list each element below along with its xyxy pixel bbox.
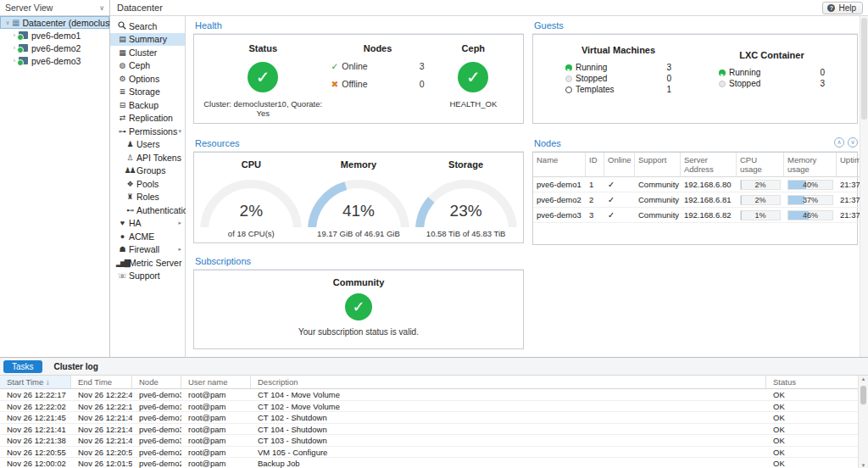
col-support[interactable]: Support [635,153,681,177]
col-start-time[interactable]: Start Time ↓ [0,376,71,388]
auth-key-icon: ⊷ [124,206,135,214]
col-online[interactable]: Online [604,153,635,177]
collapse-up-icon[interactable]: ∧ [834,137,844,148]
menu-item-cluster[interactable]: ▦ Cluster [110,46,185,59]
menu-item-authentication[interactable]: ⊷ Authentication [110,203,185,217]
task-row[interactable]: Nov 26 12:22:02Nov 26 12:22:16 pve6-demo… [0,401,868,413]
status-heading: Status [248,43,277,53]
menu-item-ha[interactable]: ♥ HA ▸ [110,217,185,231]
menu-item-backup[interactable]: ⊟ Backup [110,98,185,112]
tasks-scrollbar[interactable]: ▲ ▼ [858,376,868,468]
menu-item-groups[interactable]: ♟♟ Groups [110,164,185,178]
col-server-address[interactable]: Server Address [681,153,737,177]
ceph-heading: Ceph [462,43,486,53]
lxc-heading: LXC Container [719,50,825,60]
menu-item-search[interactable]: Search [110,20,185,33]
check-circle-icon: ✓ [248,62,278,92]
col-cpu-usage[interactable]: CPU usage [737,153,784,177]
col-memory-usage[interactable]: Memory usage [784,153,837,177]
col-name[interactable]: Name [533,153,586,177]
menu-item-ceph[interactable]: ◍ Ceph [110,59,185,73]
col-id[interactable]: ID [586,153,604,177]
node-name[interactable]: pve6-demo3 [533,208,586,223]
check-circle-icon: ✓ [345,293,372,320]
menu-item-pools[interactable]: ❖ Pools [110,177,185,191]
help-button[interactable]: ? Help [822,2,863,14]
backup-icon: ⊟ [116,101,127,109]
user-outline-icon: ♙ [124,153,135,162]
menu-item-support[interactable]: ☏ Support [110,270,185,283]
cpu-caption: of 18 CPU(s) [228,229,275,238]
menu-item-users[interactable]: ♟ Users [110,138,185,152]
ceph-status: HEALTH_OK [449,99,497,109]
scroll-up-icon[interactable]: ▲ [859,376,868,382]
menu-item-roles[interactable]: ♜ Roles [110,191,185,204]
stopped-icon [565,75,572,82]
node-name[interactable]: pve6-demo1 [533,177,586,192]
user-icon: ♟ [124,140,135,148]
tasks-table-header: Start Time ↓ End Time Node User name Des… [0,376,868,389]
col-end-time[interactable]: End Time [71,376,132,388]
view-selector[interactable]: Server View ∨ [0,0,109,16]
vm-templates-row: Templates 1 [565,84,671,95]
task-row[interactable]: Nov 26 12:21:45Nov 26 12:21:47 pve6-demo… [0,412,868,424]
subscription-level: Community [333,277,385,287]
vm-running-count: 3 [666,62,671,73]
task-row[interactable]: Nov 26 12:20:55Nov 26 12:20:55 pve6-demo… [0,447,868,459]
tab-cluster-log[interactable]: Cluster log [46,360,107,373]
menu-item-permissions[interactable]: ⊶ Permissions ▾ [110,125,185,138]
gear-icon: ⚙ [116,75,127,83]
subscriptions-panel-title: Subscriptions [193,252,524,270]
tree-item-datacenter[interactable]: ∨ ▦ Datacenter (democluster10) [0,16,109,29]
nodes-panel: Name ID Online Support Server Address CP… [532,152,858,245]
replication-icon: ⇄ [116,114,127,122]
memory-gauge: 41% [303,175,414,227]
node-online-icon [19,44,28,52]
menu-item-options[interactable]: ⚙ Options [110,72,185,86]
storage-icon: ≣ [116,87,127,96]
guests-panel: Virtual Machines Running 3 Stopped 0 Tem… [532,34,858,124]
menu-item-firewall[interactable]: ☗ Firewall ▸ [110,243,185,257]
node-name[interactable]: pve6-demo2 [533,192,586,208]
log-tab-strip: Tasks Cluster log [0,358,868,376]
vm-stopped-row: Stopped 0 [565,73,671,84]
cpu-heading: CPU [242,159,261,170]
lxc-running-count: 0 [820,67,825,78]
menu-item-replication[interactable]: ⇄ Replication [110,112,185,125]
tab-tasks[interactable]: Tasks [3,360,42,373]
nodes-heading: Nodes [364,43,392,53]
tree-collapse-icon[interactable]: ∨ [3,20,12,26]
key-icon: ⊶ [116,127,127,136]
scroll-down-icon[interactable]: ▼ [859,463,868,468]
content-scrollbar[interactable] [860,16,868,357]
cpu-usage-bar: 1% [740,210,781,220]
guests-panel-title: Guests [532,16,858,34]
vm-stopped-count: 0 [666,73,671,84]
memory-usage-bar: 40% [787,180,833,190]
menu-item-metric-server[interactable]: ▂▅▇ Metric Server [110,256,185,270]
menu-item-storage[interactable]: ≣ Storage [110,86,185,99]
col-node[interactable]: Node [132,376,181,388]
subscription-caption: Your subscription status is valid. [298,327,419,337]
tree-item-node-1[interactable]: › pve6-demo1 [0,29,109,42]
col-description[interactable]: Description [251,376,766,388]
shield-icon: ☗ [116,245,127,254]
collapse-down-icon[interactable]: ∨ [848,137,858,148]
online-label: Online [342,61,367,71]
tree-item-node-2[interactable]: › pve6-demo2 [0,42,109,54]
cpu-usage-bar: 2% [740,195,781,205]
task-row[interactable]: Nov 26 12:21:38Nov 26 12:21:40 pve6-demo… [0,435,868,447]
cluster-icon: ▦ [116,48,127,57]
col-user-name[interactable]: User name [181,376,251,388]
check-icon: ✓ [331,61,339,71]
chevron-down-icon: ∨ [99,4,104,12]
storage-heading: Storage [448,159,483,170]
task-row[interactable]: Nov 26 12:00:02Nov 26 12:01:53 pve6-demo… [0,458,868,468]
tree-item-node-3[interactable]: › pve6-demo3 [0,54,109,67]
task-row[interactable]: Nov 26 12:22:17Nov 26 12:22:46 pve6-demo… [0,389,868,401]
col-status[interactable]: Status [766,376,858,388]
menu-item-api-tokens[interactable]: ♙ API Tokens [110,151,185,164]
menu-item-acme[interactable]: ● ACME [110,230,185,243]
task-row[interactable]: Nov 26 12:21:41Nov 26 12:21:43 pve6-demo… [0,424,868,436]
menu-item-summary[interactable]: ▤ Summary [110,33,185,47]
